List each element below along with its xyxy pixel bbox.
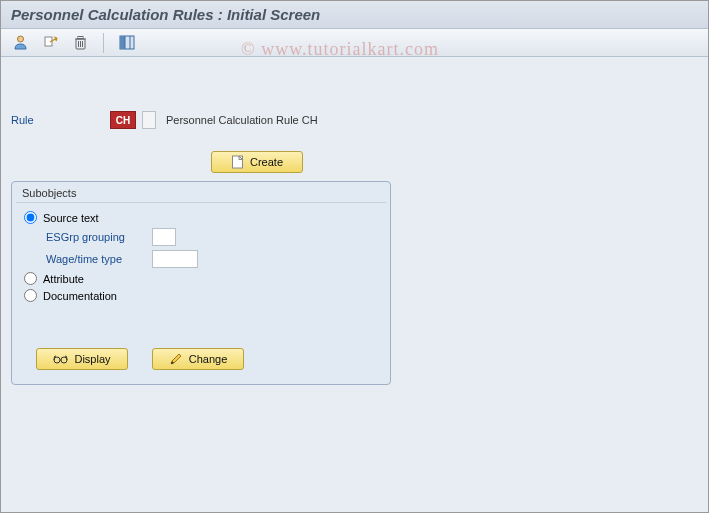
display-button[interactable]: Display (36, 348, 128, 370)
wage-input[interactable] (152, 250, 198, 268)
person-icon[interactable] (9, 32, 31, 54)
change-button[interactable]: Change (152, 348, 244, 370)
glasses-icon (53, 353, 68, 365)
subobjects-panel: Subobjects Source text ESGrp grouping Wa… (11, 181, 391, 385)
svg-rect-3 (78, 36, 83, 38)
pencil-icon (169, 352, 183, 366)
rule-label[interactable]: Rule (11, 114, 106, 126)
svg-point-14 (61, 357, 67, 363)
rule-description: Personnel Calculation Rule CH (166, 114, 318, 126)
change-button-label: Change (189, 353, 228, 365)
svg-rect-9 (120, 36, 125, 49)
screen-title: Personnel Calculation Rules : Initial Sc… (1, 1, 708, 29)
rule-input[interactable]: CH (110, 111, 136, 129)
toolbar-separator (103, 33, 104, 53)
delete-icon[interactable] (69, 32, 91, 54)
esgrp-row: ESGrp grouping (12, 226, 390, 248)
radio-source-text-label: Source text (43, 212, 99, 224)
esgrp-label[interactable]: ESGrp grouping (46, 231, 146, 243)
wage-row: Wage/time type (12, 248, 390, 270)
display-button-label: Display (74, 353, 110, 365)
new-doc-icon (231, 155, 244, 169)
esgrp-input[interactable] (152, 228, 176, 246)
rule-row: Rule CH Personnel Calculation Rule CH (11, 111, 698, 129)
radio-attribute-label: Attribute (43, 273, 84, 285)
content-area: Rule CH Personnel Calculation Rule CH Cr… (1, 57, 708, 391)
radio-documentation[interactable]: Documentation (12, 287, 390, 304)
layout-icon[interactable] (116, 32, 138, 54)
panel-title: Subobjects (12, 182, 390, 202)
create-button-label: Create (250, 156, 283, 168)
radio-attribute[interactable]: Attribute (12, 270, 390, 287)
rule-search-help[interactable] (142, 111, 156, 129)
radio-attribute-input[interactable] (24, 272, 37, 285)
create-button[interactable]: Create (211, 151, 303, 173)
radio-documentation-label: Documentation (43, 290, 117, 302)
copy-assign-icon[interactable] (39, 32, 61, 54)
svg-point-0 (17, 36, 23, 42)
wage-label[interactable]: Wage/time type (46, 253, 146, 265)
toolbar (1, 29, 708, 57)
panel-actions: Display Change (12, 348, 390, 384)
radio-documentation-input[interactable] (24, 289, 37, 302)
radio-source-text[interactable]: Source text (12, 209, 390, 226)
radio-source-text-input[interactable] (24, 211, 37, 224)
svg-point-13 (54, 357, 60, 363)
